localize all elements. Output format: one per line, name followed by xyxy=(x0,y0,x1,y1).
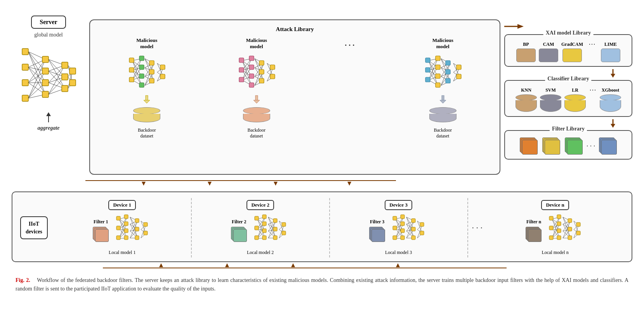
local-nn-n xyxy=(546,213,585,246)
device-1-left: Filter 1 xyxy=(92,219,109,242)
device-1-content: Filter 1 xyxy=(57,213,187,248)
clf-xg-cyl xyxy=(600,94,621,112)
svg-rect-44 xyxy=(62,85,68,92)
malicious-label-2: Maliciousmodel xyxy=(246,37,267,50)
svg-rect-268 xyxy=(262,222,266,226)
xai-cam-rect xyxy=(539,49,558,62)
device-group-n: Device n Filter n xyxy=(486,198,624,257)
svg-rect-133 xyxy=(270,65,275,70)
svg-rect-272 xyxy=(273,227,277,231)
svg-rect-127 xyxy=(249,65,254,70)
clf-item-lr: LR xyxy=(564,87,586,112)
local-model-n-label: Local model n xyxy=(542,250,568,256)
aggregate-label: aggregate xyxy=(38,125,60,131)
top-down-arrows xyxy=(85,179,632,186)
svg-rect-232 xyxy=(144,223,148,226)
device-2-nn xyxy=(252,213,290,248)
svg-rect-176 xyxy=(446,78,450,83)
svg-rect-134 xyxy=(270,74,275,79)
svg-rect-269 xyxy=(262,229,266,233)
svg-rect-358 xyxy=(576,223,580,226)
backdoor-label-1: Backdoordataset xyxy=(138,127,156,139)
attack-library-box: Attack Library Maliciousmodel xyxy=(89,19,500,175)
xai-items: BP CAM GradCAM · · · xyxy=(509,42,628,62)
svg-rect-307 xyxy=(393,226,397,230)
filter-3-label: Filter 3 xyxy=(370,219,384,225)
caption-label: Fig. 2. xyxy=(16,277,30,283)
svg-rect-171 xyxy=(436,65,440,70)
malicious-label-1: Maliciousmodel xyxy=(136,37,157,50)
device-n-left: Filter n xyxy=(525,219,542,242)
svg-rect-123 xyxy=(239,58,244,63)
svg-rect-39 xyxy=(42,68,49,74)
svg-marker-180 xyxy=(440,100,446,103)
xai-item-bp: BP xyxy=(516,42,536,62)
xai-bp-label: BP xyxy=(523,42,529,47)
device-1-nn xyxy=(113,213,152,248)
xai-lime-label: LIME xyxy=(604,42,617,47)
svg-rect-317 xyxy=(420,231,424,235)
svg-rect-84 xyxy=(139,74,144,78)
device-2-content: Filter 2 xyxy=(196,213,325,248)
svg-rect-172 xyxy=(436,74,440,78)
filter-2-label: Filter 2 xyxy=(232,219,246,225)
svg-rect-46 xyxy=(69,80,76,86)
server-box: Server xyxy=(31,16,66,29)
svg-rect-124 xyxy=(239,68,244,72)
svg-rect-178 xyxy=(457,74,461,79)
backdoor-dataset-1 xyxy=(133,107,160,123)
xai-gradcam-label: GradCAM xyxy=(561,42,583,47)
svg-rect-314 xyxy=(411,227,415,231)
svg-rect-223 xyxy=(116,226,120,230)
svg-rect-130 xyxy=(259,61,264,65)
xai-dots: · · · xyxy=(586,42,598,62)
local-model-3-label: Local model 3 xyxy=(385,250,412,256)
local-nn-3 xyxy=(390,213,429,246)
bottom-area: IIoTdevices Device 1 Filter 1 xyxy=(12,179,632,270)
svg-rect-311 xyxy=(401,229,404,233)
svg-rect-310 xyxy=(401,222,404,226)
malicious-nn-1 xyxy=(125,53,168,92)
svg-rect-131 xyxy=(259,70,264,74)
attack-library-title: Attack Library xyxy=(94,26,496,33)
filter-library-box: Filter Library xyxy=(504,130,632,160)
xai-cam-label: CAM xyxy=(543,42,554,47)
svg-rect-82 xyxy=(139,56,144,61)
svg-rect-357 xyxy=(568,236,572,240)
classifier-library-title: Classifier Library xyxy=(545,76,591,82)
svg-rect-173 xyxy=(436,83,440,87)
attack-item-1: Maliciousmodel xyxy=(125,37,168,139)
local-model-2-label: Local model 2 xyxy=(247,250,274,256)
device-n-label: Device n xyxy=(541,200,569,210)
clf-svm-label: SVM xyxy=(545,87,556,93)
filter-n-stack xyxy=(525,227,542,242)
svg-rect-45 xyxy=(69,68,76,74)
device-1-label: Device 1 xyxy=(108,200,136,210)
svg-rect-351 xyxy=(557,215,561,219)
svg-rect-40 xyxy=(42,80,49,86)
svg-rect-128 xyxy=(249,74,254,78)
svg-rect-167 xyxy=(425,58,430,63)
down-arrow-1 xyxy=(142,95,151,104)
right-column: XAI model Library BP CAM GradCAM xyxy=(504,8,632,175)
svg-rect-175 xyxy=(446,70,450,74)
xai-item-gradcam: GradCAM xyxy=(561,42,583,62)
clf-dots: · · · xyxy=(589,87,597,112)
attack-item-3: Maliciousmodel xyxy=(422,37,464,139)
filter-1-stack xyxy=(92,227,109,242)
svg-marker-184 xyxy=(611,74,615,78)
svg-rect-348 xyxy=(549,216,553,220)
svg-rect-309 xyxy=(401,215,404,219)
brown-arrow-right-1 xyxy=(504,23,524,30)
svg-rect-270 xyxy=(262,236,266,240)
svg-rect-230 xyxy=(135,227,139,231)
svg-rect-226 xyxy=(124,222,128,226)
filter-stack-green xyxy=(564,137,583,155)
device-3-nn xyxy=(390,213,429,248)
iiot-section: IIoTdevices Device 1 Filter 1 xyxy=(12,191,632,262)
filter-items: · · · xyxy=(509,137,628,155)
svg-rect-231 xyxy=(135,236,139,240)
filter-3-stack xyxy=(369,227,386,242)
svg-rect-267 xyxy=(262,215,266,219)
svg-rect-174 xyxy=(446,61,450,65)
